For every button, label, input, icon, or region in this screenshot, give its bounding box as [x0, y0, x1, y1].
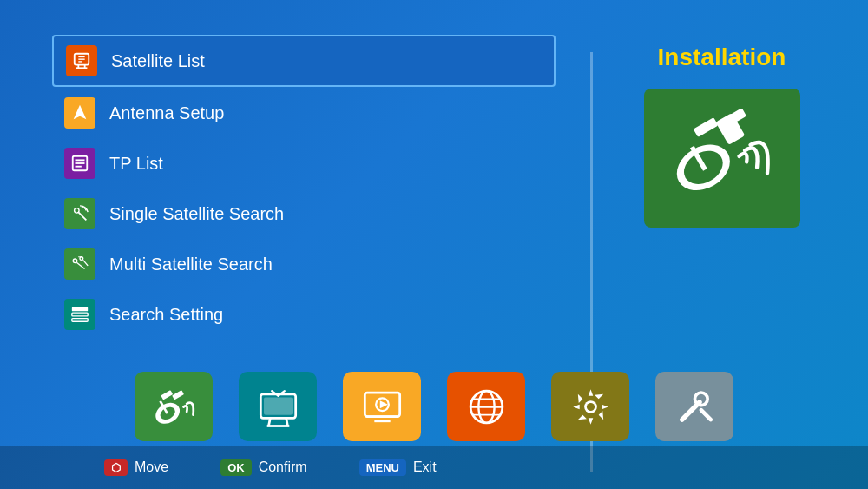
svg-rect-33	[264, 397, 293, 414]
multi-satellite-icon	[64, 248, 95, 280]
bottom-dock	[0, 372, 868, 441]
svg-rect-30	[172, 390, 184, 400]
confirm-status: OK Confirm	[220, 459, 307, 476]
menu-item-search-setting[interactable]: Search Setting	[52, 290, 556, 339]
dock-internet[interactable]	[447, 372, 525, 441]
satellite-list-icon	[66, 45, 97, 76]
dock-media[interactable]	[343, 372, 421, 441]
menu-list: Satellite List Antenna Setup	[52, 35, 556, 339]
menu-item-single-satellite[interactable]: Single Satellite Search	[52, 189, 556, 238]
move-status: ⬡ Move	[104, 459, 168, 476]
svg-rect-20	[72, 319, 88, 322]
menu-item-satellite-list[interactable]: Satellite List	[52, 35, 556, 87]
tp-list-label: TP List	[109, 154, 163, 174]
menu-badge: MENU	[359, 459, 406, 476]
menu-item-antenna-setup[interactable]: Antenna Setup	[52, 89, 556, 137]
svg-point-50	[586, 402, 594, 410]
svg-rect-31	[161, 390, 173, 400]
search-setting-icon	[64, 299, 95, 330]
multi-satellite-label: Multi Satellite Search	[109, 254, 273, 274]
svg-line-53	[700, 410, 710, 420]
exit-label: Exit	[413, 459, 437, 475]
dock-satellite[interactable]	[135, 372, 213, 441]
single-satellite-icon	[64, 198, 95, 229]
satellite-list-label: Satellite List	[111, 51, 205, 71]
move-label: Move	[135, 459, 168, 475]
svg-line-15	[76, 262, 84, 268]
svg-rect-25	[693, 117, 718, 137]
status-bar: ⬡ Move OK Confirm MENU Exit	[0, 446, 868, 489]
move-badge: ⬡	[104, 459, 128, 476]
svg-point-14	[73, 259, 77, 263]
svg-rect-19	[72, 313, 88, 316]
menu-item-tp-list[interactable]: TP List	[52, 139, 556, 188]
single-satellite-label: Single Satellite Search	[109, 204, 284, 224]
exit-status: MENU Exit	[359, 459, 437, 476]
section-title: Installation	[658, 43, 786, 71]
menu-item-multi-satellite[interactable]: Multi Satellite Search	[52, 240, 556, 288]
svg-marker-7	[74, 105, 87, 119]
dock-tv[interactable]	[239, 372, 317, 441]
svg-rect-18	[72, 307, 88, 312]
antenna-setup-icon	[64, 97, 95, 129]
confirm-label: Confirm	[259, 459, 307, 475]
svg-marker-41	[379, 400, 387, 408]
antenna-setup-label: Antenna Setup	[109, 103, 224, 123]
dock-settings[interactable]	[551, 372, 629, 441]
ok-badge: OK	[220, 459, 252, 476]
svg-line-17	[83, 260, 89, 265]
tp-list-icon	[64, 148, 95, 179]
dock-tools[interactable]	[655, 372, 733, 441]
svg-line-13	[78, 212, 86, 220]
preview-satellite-icon	[644, 89, 800, 228]
search-setting-label: Search Setting	[109, 305, 223, 325]
